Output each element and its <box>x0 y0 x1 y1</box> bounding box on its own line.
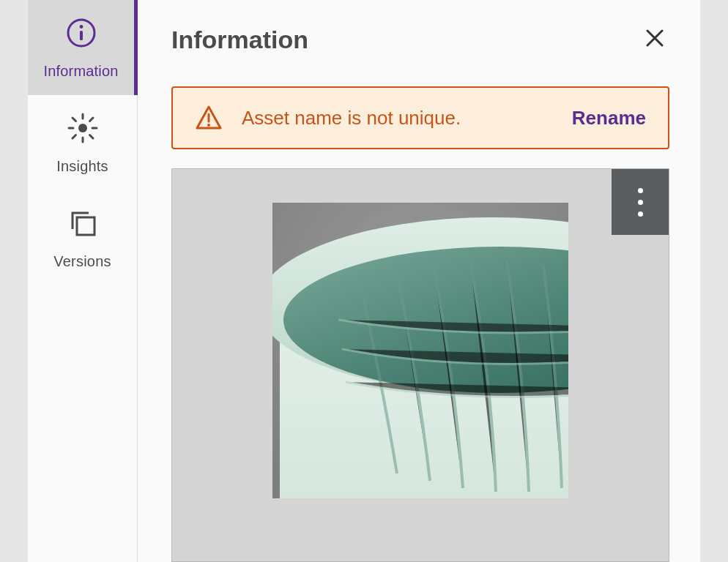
svg-point-1 <box>79 25 83 29</box>
asset-preview <box>171 168 669 562</box>
details-panel: Information Insights <box>28 0 700 562</box>
tab-insights[interactable]: Insights <box>28 95 137 190</box>
versions-icon <box>66 206 100 240</box>
panel-title: Information <box>171 26 308 54</box>
svg-line-9 <box>89 135 93 138</box>
panel-header: Information <box>171 25 669 54</box>
alert-message: Asset name is not unique. <box>242 107 553 130</box>
tab-label: Information <box>43 63 118 80</box>
svg-point-16 <box>207 124 210 127</box>
rename-link[interactable]: Rename <box>572 107 646 130</box>
warning-icon <box>195 104 223 132</box>
tab-versions[interactable]: Versions <box>28 190 137 285</box>
info-icon <box>64 16 98 50</box>
svg-line-11 <box>73 135 76 138</box>
side-tabs: Information Insights <box>28 0 138 562</box>
svg-line-10 <box>89 118 93 121</box>
tab-information[interactable]: Information <box>28 0 138 95</box>
kebab-icon <box>638 188 643 217</box>
svg-rect-12 <box>77 217 94 235</box>
svg-point-3 <box>78 124 87 132</box>
warning-alert: Asset name is not unique. Rename <box>171 86 669 149</box>
panel-body: Information Asset name is not unique. <box>138 0 700 562</box>
close-icon <box>645 29 664 50</box>
tab-label: Insights <box>56 158 108 175</box>
svg-rect-2 <box>80 31 83 40</box>
asset-thumbnail <box>272 203 568 498</box>
insights-icon <box>66 111 100 145</box>
svg-line-8 <box>73 118 76 121</box>
tab-label: Versions <box>53 253 111 270</box>
asset-actions-button[interactable] <box>612 169 669 235</box>
close-button[interactable] <box>640 25 669 54</box>
